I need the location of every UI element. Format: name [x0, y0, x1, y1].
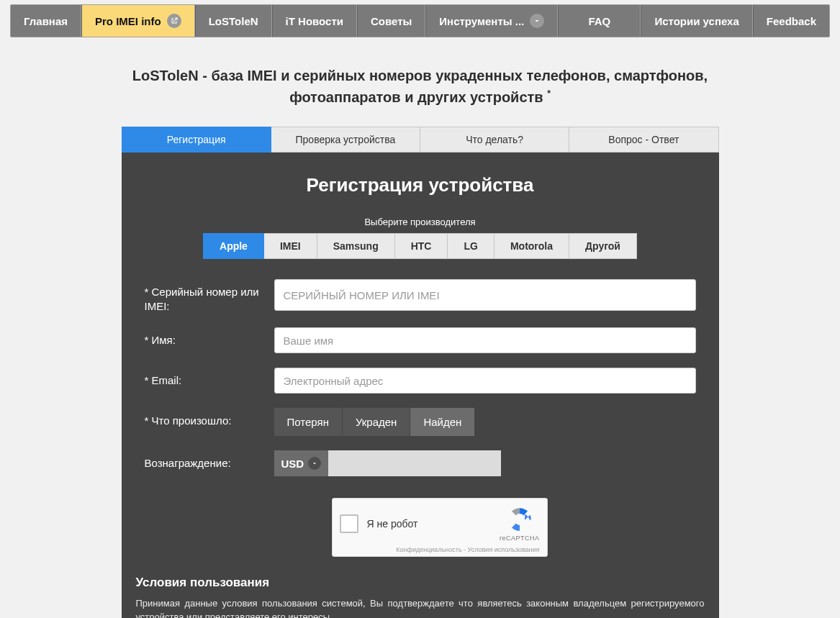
status-lost-button[interactable]: Потерян: [274, 408, 343, 436]
register-form: * Серийный номер или IMEI: * Имя: * Emai…: [136, 279, 705, 557]
status-options: Потерян Украден Найден: [274, 408, 696, 436]
top-nav: Главная Pro IMEI info LoSToleN iT Новост…: [10, 4, 830, 37]
brand-lg[interactable]: LG: [448, 233, 494, 259]
brand-motorola[interactable]: Motorola: [494, 233, 569, 259]
chevron-down-icon: [530, 14, 544, 28]
nav-home[interactable]: Главная: [11, 5, 81, 37]
recaptcha-label: Я не робот: [367, 518, 418, 530]
brand-htc[interactable]: HTC: [395, 233, 448, 259]
status-found-button[interactable]: Найден: [410, 408, 474, 436]
nav-label: LoSToleN: [209, 15, 258, 27]
recaptcha-brand: reCAPTCHA: [500, 535, 540, 542]
name-input[interactable]: [274, 327, 696, 353]
brand-tabs: Apple IMEI Samsung HTC LG Motorola Друго…: [136, 233, 705, 259]
recaptcha: Я не робот reCAPTCHA Конф: [332, 498, 548, 557]
status-stolen-button[interactable]: Украден: [343, 408, 410, 436]
panel-tabs: Регистрация Проверка устройства Что дела…: [122, 127, 719, 153]
reward-label: Вознаграждение:: [145, 450, 260, 471]
panel-body: Регистрация устройства Выберите производ…: [122, 153, 719, 618]
page-title-text: LoSToleN - база IMEI и серийных номеров …: [132, 68, 708, 105]
tab-check[interactable]: Проверка устройства: [271, 127, 420, 153]
nav-tools[interactable]: Инструменты ...: [425, 5, 558, 37]
external-link-icon: [167, 14, 181, 28]
brand-imei[interactable]: IMEI: [264, 233, 317, 259]
tab-what-to-do[interactable]: Что делать?: [420, 127, 569, 153]
nav-tips[interactable]: Советы: [357, 5, 425, 37]
currency-value: USD: [281, 458, 304, 470]
email-input[interactable]: [274, 368, 696, 394]
nav-label: Feedback: [767, 15, 816, 27]
tab-faq[interactable]: Вопрос - Ответ: [569, 127, 718, 153]
choose-manufacturer-label: Выберите производителя: [136, 217, 705, 227]
nav-feedback[interactable]: Feedback: [753, 5, 829, 37]
chevron-down-icon: [308, 457, 321, 470]
email-label: * Email:: [145, 368, 260, 388]
brand-other[interactable]: Другой: [569, 233, 637, 259]
nav-label: Главная: [24, 15, 68, 27]
panel-heading: Регистрация устройства: [136, 174, 705, 196]
nav-label: iT Новости: [286, 15, 343, 27]
recaptcha-logo-icon: [506, 506, 533, 533]
nav-label: Истории успеха: [654, 15, 739, 27]
nav-faq[interactable]: FAQ: [558, 5, 641, 37]
nav-label: Советы: [371, 15, 412, 27]
nav-pro-imei[interactable]: Pro IMEI info: [81, 5, 195, 37]
terms-p1: Принимая данные условия пользования сист…: [136, 598, 705, 618]
nav-success[interactable]: Истории успеха: [641, 5, 752, 37]
nav-label: Инструменты ...: [439, 15, 524, 27]
terms-body: Принимая данные условия пользования сист…: [136, 597, 705, 618]
serial-input[interactable]: [274, 279, 696, 311]
name-label: * Имя:: [145, 327, 260, 347]
page-title: LoSToleN - база IMEI и серийных номеров …: [96, 65, 744, 108]
terms-heading: Условия пользования: [136, 576, 705, 590]
tab-register[interactable]: Регистрация: [122, 127, 271, 153]
nav-lostolen[interactable]: LoSToleN: [195, 5, 272, 37]
page-title-sup: *: [547, 88, 551, 99]
serial-label: * Серийный номер или IMEI:: [145, 279, 260, 313]
nav-label: FAQ: [588, 15, 610, 27]
nav-it-news[interactable]: iT Новости: [272, 5, 357, 37]
recaptcha-terms[interactable]: Конфиденциальность - Условия использован…: [340, 546, 540, 553]
brand-apple[interactable]: Apple: [203, 233, 264, 259]
status-label: * Что произошло:: [145, 408, 260, 428]
recaptcha-checkbox[interactable]: [340, 514, 358, 533]
currency-select[interactable]: USD: [274, 450, 329, 476]
brand-samsung[interactable]: Samsung: [317, 233, 395, 259]
nav-label: Pro IMEI info: [95, 15, 161, 27]
reward-input[interactable]: [328, 450, 501, 476]
